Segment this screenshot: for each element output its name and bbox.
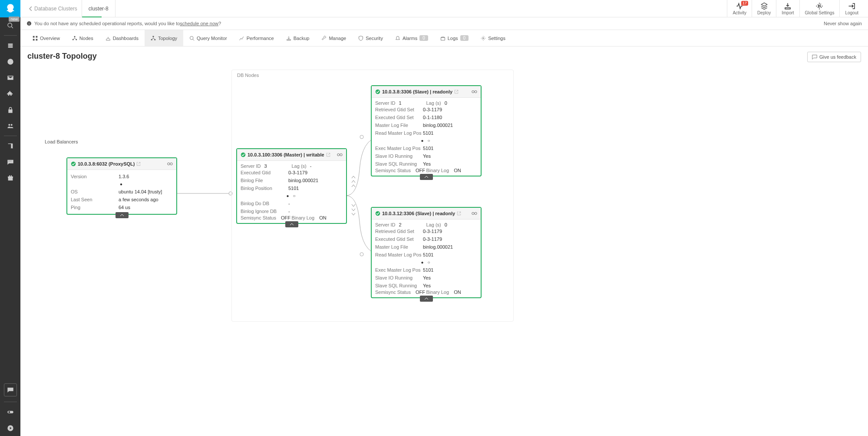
svg-point-28 — [241, 153, 246, 157]
notice-dismiss[interactable]: Never show again — [824, 21, 862, 26]
svg-point-18 — [483, 37, 484, 39]
svg-rect-14 — [151, 39, 152, 40]
new-badge: new — [9, 17, 20, 22]
clusters-icon[interactable] — [0, 37, 20, 53]
chart-icon[interactable] — [0, 53, 20, 70]
svg-point-34 — [376, 211, 380, 216]
node-expand-toggle[interactable] — [285, 221, 298, 227]
breadcrumb-back[interactable]: Database Clusters — [25, 6, 82, 12]
svg-rect-17 — [441, 37, 445, 40]
pager-dots[interactable]: ● ○ — [241, 192, 343, 200]
topnav: 17 Activity Deploy Import Global Setting… — [727, 0, 864, 17]
tab-query-monitor[interactable]: Query Monitor — [183, 30, 233, 46]
alarms-badge: 0 — [419, 35, 428, 41]
tab-overview[interactable]: Overview — [26, 30, 66, 46]
play-icon[interactable] — [0, 420, 20, 436]
gift-icon[interactable] — [0, 170, 20, 186]
topology-canvas: Load Balancers 10.0.3.8:6032 (ProxySQL) … — [27, 70, 861, 330]
svg-rect-7 — [36, 36, 38, 37]
svg-point-16 — [190, 36, 194, 40]
lock-icon[interactable] — [0, 102, 20, 118]
book-icon[interactable] — [0, 138, 20, 154]
breadcrumb-bar: Database Clusters cluster-8 17 Activity … — [20, 0, 868, 17]
lb-section-label: Load Balancers — [45, 139, 155, 144]
node-slave-1[interactable]: 10.0.3.8:3306 (Slave) | readonly Server … — [371, 85, 482, 176]
info-icon: i — [26, 21, 32, 26]
svg-point-25 — [71, 162, 76, 166]
logs-badge: 0 — [460, 35, 469, 41]
content-area: cluster-8 Topology Give us feedback — [20, 47, 868, 436]
pager-dots[interactable]: ● ○ — [375, 137, 477, 144]
chat-icon[interactable] — [4, 383, 17, 396]
users-icon[interactable] — [0, 118, 20, 134]
topnav-deploy[interactable]: Deploy — [752, 0, 776, 17]
topnav-import[interactable]: Import — [776, 0, 799, 17]
tab-nodes[interactable]: Nodes — [66, 30, 99, 46]
sidenav: new — [0, 0, 20, 436]
svg-rect-8 — [33, 39, 35, 40]
notice-bar: i You do not have any scheduled operatio… — [20, 17, 868, 30]
node-proxysql[interactable]: 10.0.3.8:6032 (ProxySQL) Version1.3.6 ● … — [66, 157, 177, 215]
svg-rect-13 — [152, 36, 154, 37]
node-master[interactable]: 10.0.3.100:3306 (Master) | writable Serv… — [236, 148, 347, 224]
tab-alarms[interactable]: Alarms0 — [389, 30, 434, 46]
svg-point-32 — [472, 90, 474, 93]
activity-badge: 17 — [741, 1, 748, 6]
feedback-button[interactable]: Give us feedback — [807, 52, 861, 62]
mail-icon[interactable] — [0, 70, 20, 86]
topnav-logout[interactable]: Logout — [839, 0, 864, 17]
tab-logs[interactable]: Logs0 — [434, 30, 475, 46]
external-link-icon[interactable] — [136, 162, 141, 166]
svg-point-1 — [8, 411, 10, 413]
tab-dashboards[interactable]: Dashboards — [99, 30, 145, 46]
svg-point-31 — [376, 90, 380, 94]
notice-link[interactable]: schedule one now — [180, 21, 218, 26]
svg-rect-15 — [154, 39, 155, 40]
pager-dots[interactable]: ● — [71, 180, 173, 188]
db-section-label: DB Nodes — [237, 73, 259, 78]
node-expand-toggle[interactable] — [420, 296, 433, 302]
status-ok-icon — [71, 161, 76, 166]
comment-icon[interactable] — [0, 154, 20, 170]
topnav-global-settings[interactable]: Global Settings — [799, 0, 840, 17]
svg-point-27 — [170, 163, 172, 165]
svg-point-36 — [475, 212, 477, 214]
svg-rect-6 — [33, 36, 35, 37]
topnav-activity[interactable]: 17 Activity — [727, 0, 752, 17]
breadcrumb-parent: Database Clusters — [34, 6, 77, 12]
status-ok-icon — [375, 211, 380, 216]
tab-topology[interactable]: Topology — [145, 30, 183, 46]
svg-point-3 — [818, 5, 821, 7]
node-expand-toggle[interactable] — [420, 174, 433, 180]
svg-point-26 — [168, 163, 170, 165]
node-slave-2[interactable]: 10.0.3.12:3306 (Slave) | readonly Server… — [371, 207, 482, 298]
svg-rect-9 — [36, 39, 38, 40]
toggle-icon[interactable] — [0, 404, 20, 420]
breadcrumb-current[interactable]: cluster-8 — [82, 0, 116, 17]
tab-performance[interactable]: Performance — [233, 30, 280, 46]
tab-manage[interactable]: Manage — [315, 30, 352, 46]
svg-point-35 — [472, 212, 474, 214]
svg-point-33 — [475, 90, 477, 93]
tab-backup[interactable]: Backup — [280, 30, 316, 46]
svg-point-29 — [337, 153, 340, 156]
app-logo[interactable]: new — [0, 0, 20, 17]
node-title: 10.0.3.8:6032 (ProxySQL) — [78, 161, 135, 166]
svg-point-30 — [340, 153, 342, 156]
status-ok-icon — [241, 152, 246, 157]
external-link-icon[interactable] — [326, 153, 330, 157]
tabs-bar: Overview Nodes Dashboards Topology Query… — [20, 30, 868, 47]
external-link-icon[interactable] — [454, 90, 459, 94]
node-settings-icon[interactable] — [167, 161, 173, 167]
tab-security[interactable]: Security — [352, 30, 389, 46]
node-settings-icon[interactable] — [471, 210, 477, 216]
puzzle-icon[interactable] — [0, 86, 20, 102]
node-settings-icon[interactable] — [337, 152, 343, 158]
pager-dots[interactable]: ● ○ — [375, 259, 477, 266]
node-expand-toggle[interactable] — [116, 212, 129, 218]
external-link-icon[interactable] — [457, 211, 461, 216]
page-title: cluster-8 Topology — [27, 52, 861, 61]
node-settings-icon[interactable] — [471, 89, 477, 95]
tab-settings[interactable]: Settings — [475, 30, 512, 46]
notice-text: You do not have any scheduled operationa… — [34, 21, 180, 26]
